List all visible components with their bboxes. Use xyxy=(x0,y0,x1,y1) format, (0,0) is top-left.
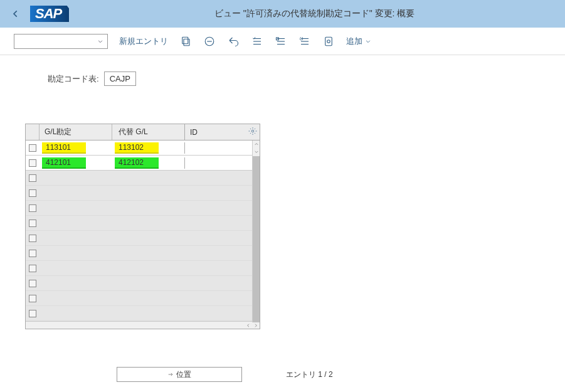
svg-rect-0 xyxy=(182,37,188,44)
toolbar: 新規エントリ 追加 xyxy=(0,28,565,55)
entry-count-label: エントリ 1 / 2 xyxy=(286,369,333,380)
table-row[interactable] xyxy=(26,171,260,186)
table-row[interactable] xyxy=(26,231,260,246)
row-checkbox[interactable] xyxy=(29,265,36,272)
new-entry-button[interactable]: 新規エントリ xyxy=(119,36,168,47)
minus-circle-icon[interactable] xyxy=(203,35,216,48)
horizontal-scrollbar[interactable] xyxy=(26,321,260,329)
row-checkbox[interactable] xyxy=(29,189,36,197)
scroll-left-icon[interactable] xyxy=(245,322,252,329)
app-header: SAP ビュー "許可済みの代替統制勘定コード" 変更: 概要 xyxy=(0,0,565,28)
row-checkbox[interactable] xyxy=(29,250,36,257)
row-checkbox[interactable] xyxy=(29,220,36,227)
table: G/L勘定 代替 G/L ID 113101113102412101412102 xyxy=(25,124,260,329)
row-checkbox[interactable] xyxy=(29,310,36,317)
svg-point-17 xyxy=(251,130,254,132)
account-code-value[interactable]: CAJP xyxy=(104,72,136,86)
table-body: 113101113102412101412102 xyxy=(26,140,260,321)
table-row[interactable] xyxy=(26,246,260,261)
alt-gl-cell[interactable]: 412102 xyxy=(115,157,159,169)
table-row[interactable] xyxy=(26,306,260,321)
account-code-label: 勘定コード表: xyxy=(48,73,99,85)
select-block-icon[interactable] xyxy=(275,35,287,48)
table-row[interactable] xyxy=(26,216,260,231)
scroll-down-icon[interactable] xyxy=(253,148,260,156)
table-row[interactable] xyxy=(26,261,260,276)
gl-cell[interactable]: 412101 xyxy=(42,157,86,169)
deselect-all-icon[interactable] xyxy=(298,35,311,48)
col-alt-gl[interactable]: 代替 G/L xyxy=(112,124,185,140)
position-button-label: 位置 xyxy=(176,369,191,380)
svg-rect-1 xyxy=(184,39,189,46)
svg-point-16 xyxy=(327,40,330,43)
table-header: G/L勘定 代替 G/L ID xyxy=(26,124,260,140)
row-checkbox[interactable] xyxy=(29,174,36,182)
svg-rect-15 xyxy=(325,37,332,46)
scroll-thumb[interactable] xyxy=(253,156,260,322)
scroll-up-icon[interactable] xyxy=(253,140,260,148)
table-settings-icon[interactable] xyxy=(248,127,258,137)
select-all-icon[interactable] xyxy=(251,35,263,48)
copy-icon[interactable] xyxy=(179,35,192,48)
row-checkbox[interactable] xyxy=(29,204,36,212)
account-code-field: 勘定コード表: CAJP xyxy=(48,72,540,86)
add-menu[interactable]: 追加 xyxy=(346,36,371,47)
footer: 位置 エントリ 1 / 2 xyxy=(0,367,565,382)
vertical-scrollbar[interactable] xyxy=(252,140,260,322)
gl-cell[interactable]: 113101 xyxy=(42,142,86,154)
table-row[interactable] xyxy=(26,276,260,291)
table-row[interactable]: 412101412102 xyxy=(26,156,260,171)
page-title: ビュー "許可済みの代替統制勘定コード" 変更: 概要 xyxy=(84,8,557,19)
undo-icon[interactable] xyxy=(227,35,240,48)
back-button[interactable] xyxy=(8,6,24,22)
table-row[interactable]: 113101113102 xyxy=(26,140,260,156)
position-button[interactable]: 位置 xyxy=(117,367,242,382)
row-checkbox[interactable] xyxy=(29,144,36,152)
row-checkbox[interactable] xyxy=(29,159,36,167)
table-row[interactable] xyxy=(26,186,260,201)
row-checkbox[interactable] xyxy=(29,295,36,302)
row-checkbox[interactable] xyxy=(29,280,36,287)
table-row[interactable] xyxy=(26,201,260,216)
config-icon[interactable] xyxy=(322,35,335,48)
content-area: 勘定コード表: CAJP G/L勘定 代替 G/L ID 11310111310… xyxy=(0,55,565,346)
table-row[interactable] xyxy=(26,291,260,306)
add-menu-label: 追加 xyxy=(346,36,362,47)
select-all-header[interactable] xyxy=(26,124,40,140)
row-checkbox[interactable] xyxy=(29,235,36,242)
scroll-right-icon[interactable] xyxy=(252,322,260,329)
sap-logo: SAP xyxy=(30,6,79,22)
col-gl-account[interactable]: G/L勘定 xyxy=(40,124,112,140)
alt-gl-cell[interactable]: 113102 xyxy=(115,142,159,154)
toolbar-dropdown[interactable] xyxy=(14,34,108,49)
